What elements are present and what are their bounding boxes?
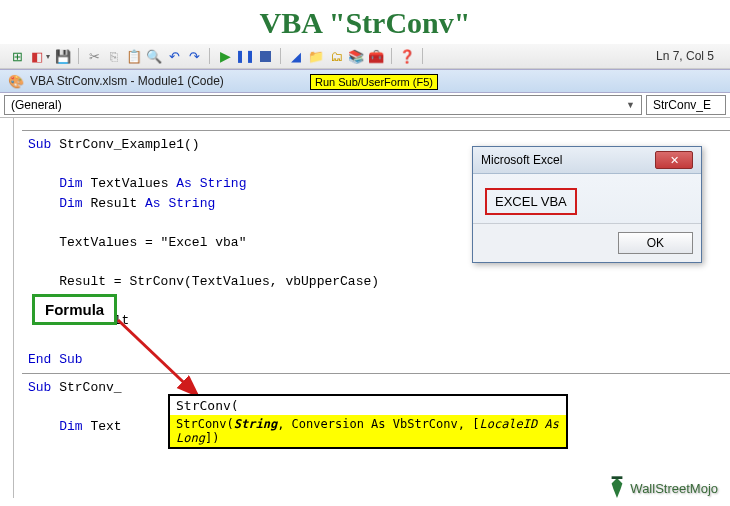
keyword: As String <box>176 176 246 191</box>
keyword: End Sub <box>28 352 83 367</box>
ok-button[interactable]: OK <box>618 232 693 254</box>
logo-icon <box>608 476 626 500</box>
stop-icon[interactable] <box>256 47 274 65</box>
separator <box>209 48 210 64</box>
run-icon[interactable]: ▶ <box>216 47 234 65</box>
procedure-dropdown[interactable]: StrConv_E <box>646 95 726 115</box>
module-title: VBA StrConv.xlsm - Module1 (Code) <box>30 74 224 88</box>
code-text: TextValues <box>83 176 177 191</box>
help-icon[interactable]: ❓ <box>398 47 416 65</box>
chevron-down-icon: ▼ <box>626 100 635 110</box>
intellisense-tooltip: StrConv( StrConv(String, Conversion As V… <box>168 394 568 449</box>
module-icon: 🎨 <box>8 73 24 89</box>
tooltip-signature: StrConv(String, Conversion As VbStrConv,… <box>170 415 566 447</box>
design-icon[interactable]: ◢ <box>287 47 305 65</box>
excel-icon[interactable]: ⊞ <box>8 47 26 65</box>
msgbox-title-text: Microsoft Excel <box>481 153 562 167</box>
run-sub-label: Run Sub/UserForm (F5) <box>310 74 438 90</box>
browser-icon[interactable]: 📚 <box>347 47 365 65</box>
msgbox-titlebar[interactable]: Microsoft Excel ✕ <box>473 147 701 174</box>
code-gutter <box>0 118 14 498</box>
toolbox-icon[interactable]: 🧰 <box>367 47 385 65</box>
divider <box>22 130 730 131</box>
msgbox-text: EXCEL VBA <box>485 188 577 215</box>
keyword: Dim <box>59 176 82 191</box>
divider <box>22 373 730 374</box>
object-dropdown[interactable]: (General) ▼ <box>4 95 642 115</box>
code-text: Result <box>83 196 145 211</box>
tooltip-typed: StrConv( <box>170 396 566 415</box>
keyword: Dim <box>59 419 82 434</box>
separator <box>78 48 79 64</box>
separator <box>280 48 281 64</box>
toolbar: ⊞ ◧ ▾ 💾 ✂ ⎘ 📋 🔍 ↶ ↷ ▶ ❚❚ ◢ 📁 🗂 📚 🧰 ❓ Ln … <box>0 44 730 69</box>
message-box: Microsoft Excel ✕ EXCEL VBA OK <box>472 146 702 263</box>
watermark-text: WallStreetMojo <box>630 481 718 496</box>
view-icon[interactable]: ◧ <box>28 47 46 65</box>
redo-icon[interactable]: ↷ <box>185 47 203 65</box>
code-text: Result = StrConv(TextValues, vbUpperCase… <box>6 272 730 292</box>
paste-icon[interactable]: 📋 <box>125 47 143 65</box>
object-dropdown-value: (General) <box>11 98 62 112</box>
watermark: WallStreetMojo <box>608 476 718 500</box>
svg-rect-1 <box>612 476 623 479</box>
dropdown-row: (General) ▼ StrConv_E <box>0 93 730 118</box>
code-text: StrConv_ <box>51 380 121 395</box>
dropdown-arrow-icon[interactable]: ▾ <box>46 52 50 61</box>
separator <box>391 48 392 64</box>
copy-icon[interactable]: ⎘ <box>105 47 123 65</box>
code-text: Text <box>83 419 122 434</box>
find-icon[interactable]: 🔍 <box>145 47 163 65</box>
properties-icon[interactable]: 🗂 <box>327 47 345 65</box>
cut-icon[interactable]: ✂ <box>85 47 103 65</box>
close-icon[interactable]: ✕ <box>655 151 693 169</box>
formula-callout: Formula <box>32 294 117 325</box>
undo-icon[interactable]: ↶ <box>165 47 183 65</box>
keyword: As String <box>145 196 215 211</box>
project-icon[interactable]: 📁 <box>307 47 325 65</box>
keyword: Sub <box>28 380 51 395</box>
cursor-position: Ln 7, Col 5 <box>656 49 722 63</box>
pause-icon[interactable]: ❚❚ <box>236 47 254 65</box>
keyword: Sub <box>28 137 51 152</box>
separator <box>422 48 423 64</box>
keyword: Dim <box>59 196 82 211</box>
code-text: StrConv_Example1() <box>51 137 199 152</box>
save-icon[interactable]: 💾 <box>54 47 72 65</box>
page-title: VBA "StrConv" <box>0 0 730 44</box>
